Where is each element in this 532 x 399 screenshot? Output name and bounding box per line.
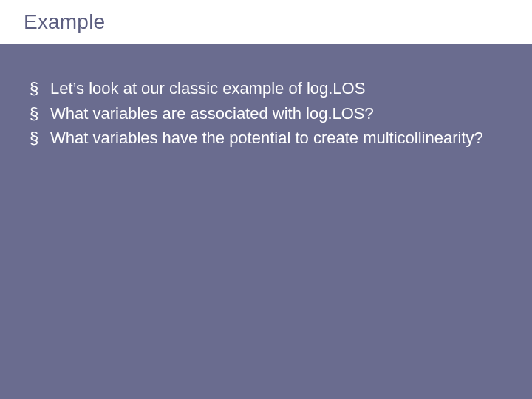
- slide-body: Let’s look at our classic example of log…: [0, 44, 532, 399]
- list-item: What variables have the potential to cre…: [30, 127, 502, 149]
- list-item: Let’s look at our classic example of log…: [30, 78, 502, 100]
- list-item: What variables are associated with log.L…: [30, 103, 502, 125]
- bullet-list: Let’s look at our classic example of log…: [30, 78, 502, 149]
- slide: Example Let’s look at our classic exampl…: [0, 0, 532, 399]
- title-bar: Example: [0, 0, 532, 44]
- slide-title: Example: [24, 10, 532, 34]
